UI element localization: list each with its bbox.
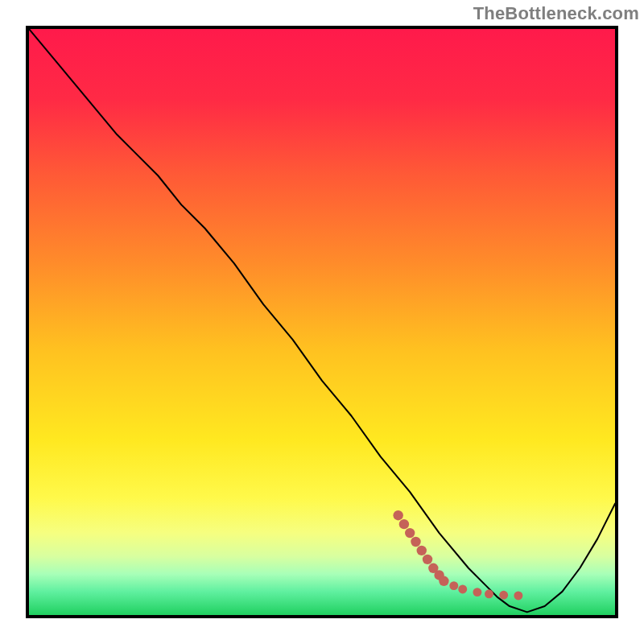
marker-dot: [499, 591, 508, 600]
marker-dot: [411, 537, 420, 547]
series-layer: [29, 29, 615, 615]
marker-dot: [514, 592, 522, 601]
plot-area: [29, 29, 615, 615]
plot-frame: [26, 26, 618, 618]
chart-root: TheBottleneck.com: [0, 0, 644, 644]
marker-dot: [449, 581, 458, 590]
marker-dot: [399, 519, 409, 529]
marker-dot: [485, 589, 493, 598]
marker-dot: [473, 588, 481, 597]
marker-dot: [393, 510, 402, 520]
marker-dot: [417, 546, 427, 555]
marker-dot: [458, 585, 467, 594]
marker-dot: [405, 528, 415, 538]
marker-dot: [439, 576, 448, 586]
main-curve: [29, 29, 615, 612]
attribution-text: TheBottleneck.com: [473, 3, 639, 24]
marker-dot: [423, 555, 432, 564]
